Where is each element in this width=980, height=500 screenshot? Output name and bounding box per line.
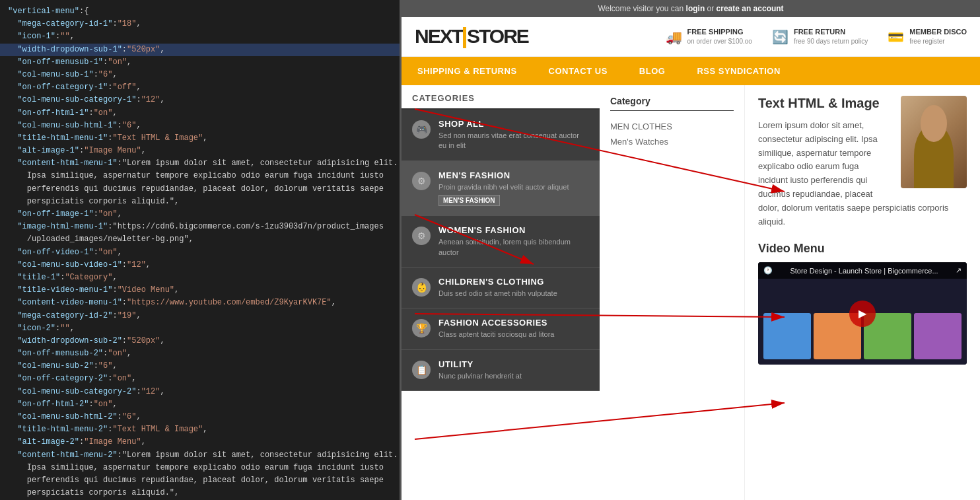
categories-column: CATEGORIES 🎮 Shop All Sed non mauris vit… xyxy=(402,85,600,500)
cat-childrens-icon: 👶 xyxy=(412,278,431,297)
nav-contact-us[interactable]: CONTACT US xyxy=(533,57,623,85)
cat-utility-icon: 📋 xyxy=(412,361,431,379)
badge-return-title: FREE RETURN xyxy=(794,28,868,36)
topbar: Welcome visitor you can login or create … xyxy=(402,0,980,17)
cat-accessories-content: FASHION ACCESSORIES Class aptent taciti … xyxy=(438,318,554,339)
badge-return-text: FREE RETURN free 90 days return policy xyxy=(794,28,868,46)
badge-return: 🔄 FREE RETURN free 90 days return policy xyxy=(772,28,868,46)
cat-childrens-name: CHILDREN'S CLOTHING xyxy=(438,277,557,287)
cat-mens-desc: Proin gravida nibh vel velit auctor aliq… xyxy=(438,182,569,192)
logo[interactable]: NEXTSTORE xyxy=(415,25,528,48)
cat-womens-desc: Aenean sollicitudin, lorem quis bibendum… xyxy=(438,237,589,258)
badge-member-title: MEMBER DISCO xyxy=(909,28,967,36)
cat-womens-icon: ⚙ xyxy=(412,227,431,245)
subcategory-column: Category MEN CLOTHES Men's Watches xyxy=(600,85,745,500)
cat-shop-all-icon: 🎮 xyxy=(412,120,431,139)
cat-womens-content: WOMEN'S FASHION Aenean sollicitudin, lor… xyxy=(438,225,589,258)
store-preview: Welcome visitor you can login or create … xyxy=(402,0,980,500)
sub-men-clothes[interactable]: MEN CLOTHES xyxy=(610,119,734,134)
logo-text: NEXTSTORE xyxy=(415,25,528,47)
cat-accessories-name: FASHION ACCESSORIES xyxy=(438,318,554,328)
video-label: Store Design - Launch Store | Bigcommerc… xyxy=(790,267,938,275)
nav-bar: SHIPPING & RETURNS CONTACT US BLOG RSS S… xyxy=(402,57,980,85)
subcategory-title: Category xyxy=(610,96,734,111)
cat-mens-badge: MEN'S FASHION xyxy=(438,195,500,206)
sub-mens-watches[interactable]: Men's Watches xyxy=(610,134,734,149)
cat-accessories[interactable]: 🏆 FASHION ACCESSORIES Class aptent tacit… xyxy=(402,308,600,349)
video-play-button[interactable]: ▶ xyxy=(849,301,876,327)
logo-bar-icon xyxy=(463,27,466,48)
cat-shop-all-content: Shop All Sed non mauris vitae erat conse… xyxy=(438,119,589,151)
cat-shop-all-name: Shop All xyxy=(438,119,589,129)
member-icon: 💳 xyxy=(888,29,904,45)
categories-header: CATEGORIES xyxy=(402,85,600,110)
return-icon: 🔄 xyxy=(772,29,788,45)
video-title-bar: 🕐 Store Design - Launch Store | Bigcomme… xyxy=(758,262,967,279)
cat-utility[interactable]: 📋 Utility Nunc pulvinar hendrerit at xyxy=(402,350,600,391)
badge-member: 💳 MEMBER DISCO free register xyxy=(888,28,967,46)
login-link[interactable]: login xyxy=(686,4,705,13)
video-share-icon: ↗ xyxy=(956,266,962,275)
cat-utility-content: Utility Nunc pulvinar hendrerit at xyxy=(438,359,522,381)
badge-shipping-subtitle: on order over $100.oo xyxy=(687,38,752,45)
store-main: CATEGORIES 🎮 Shop All Sed non mauris vit… xyxy=(402,85,980,500)
create-account-link[interactable]: create an account xyxy=(717,4,784,13)
topbar-or: or xyxy=(707,4,717,13)
cat-shop-all-desc: Sed non mauris vitae erat consequat auct… xyxy=(438,131,589,151)
cat-mens-content: MEN'S FASHION Proin gravida nibh vel vel… xyxy=(438,170,569,206)
nav-shipping-returns[interactable]: SHIPPING & RETURNS xyxy=(402,57,533,85)
video-thumbnail[interactable]: 🕐 Store Design - Launch Store | Bigcomme… xyxy=(758,262,967,365)
cat-mens-icon: ⚙ xyxy=(412,172,431,190)
badge-member-text: MEMBER DISCO free register xyxy=(909,28,967,46)
thumb-img-4 xyxy=(914,313,962,359)
badge-shipping-text: FREE SHIPPING on order over $100.oo xyxy=(687,28,752,46)
cat-utility-desc: Nunc pulvinar hendrerit at xyxy=(438,371,522,381)
nav-rss[interactable]: RSS SYNDICATION xyxy=(681,57,796,85)
cat-mens-fashion[interactable]: ⚙ MEN'S FASHION Proin gravida nibh vel v… xyxy=(402,161,600,216)
badge-return-subtitle: free 90 days return policy xyxy=(794,38,868,45)
badge-member-subtitle: free register xyxy=(909,38,944,45)
cat-accessories-desc: Class aptent taciti sociosqu ad litora xyxy=(438,330,554,339)
cat-womens-fashion[interactable]: ⚙ WOMEN'S FASHION Aenean sollicitudin, l… xyxy=(402,216,600,268)
logo-part1: NEXT xyxy=(415,25,462,47)
cat-mens-name: MEN'S FASHION xyxy=(438,170,569,180)
cat-childrens-content: CHILDREN'S CLOTHING Duis sed odio sit am… xyxy=(438,277,557,299)
badge-shipping-title: FREE SHIPPING xyxy=(687,28,752,36)
person-image xyxy=(901,96,967,188)
header-badges: 🚚 FREE SHIPPING on order over $100.oo 🔄 … xyxy=(666,28,967,46)
nav-blog[interactable]: BLOG xyxy=(623,57,682,85)
video-section-title: Video Menu xyxy=(758,242,967,256)
cat-childrens-desc: Duis sed odio sit amet nibh vulputate xyxy=(438,289,557,299)
cat-utility-name: Utility xyxy=(438,359,522,369)
cat-accessories-icon: 🏆 xyxy=(412,319,431,338)
topbar-text: Welcome visitor you can xyxy=(598,4,685,13)
thumb-img-1 xyxy=(763,313,811,359)
right-content-column: Text HTML & Image Lorem ipsum dolor sit … xyxy=(745,85,980,500)
cat-shop-all[interactable]: 🎮 Shop All Sed non mauris vitae erat con… xyxy=(402,110,600,161)
store-header: NEXTSTORE 🚚 FREE SHIPPING on order over … xyxy=(402,17,980,57)
shipping-icon: 🚚 xyxy=(666,29,682,45)
cat-childrens[interactable]: 👶 CHILDREN'S CLOTHING Duis sed odio sit … xyxy=(402,268,600,308)
video-clock-icon: 🕐 xyxy=(763,266,773,275)
logo-part2: STORE xyxy=(467,25,528,47)
cat-womens-name: WOMEN'S FASHION xyxy=(438,225,589,235)
badge-shipping: 🚚 FREE SHIPPING on order over $100.oo xyxy=(666,28,752,46)
code-editor[interactable]: "vertical-menu":{ "mega-category-id-1":"… xyxy=(0,0,402,500)
